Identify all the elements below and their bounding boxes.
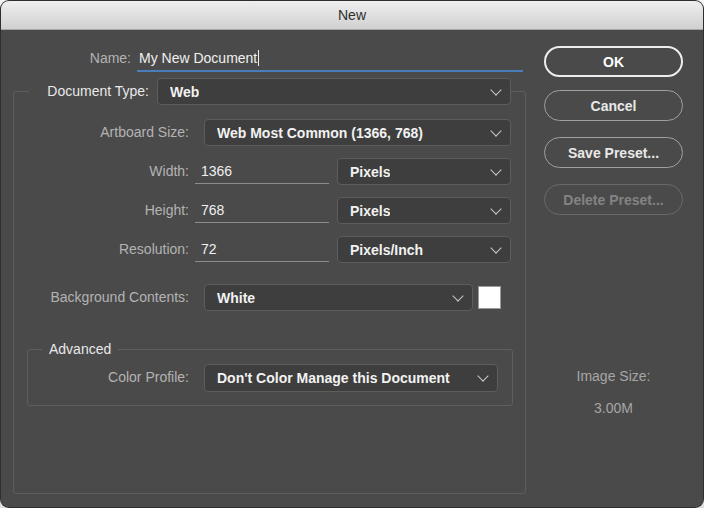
name-label: Name: [21,44,131,72]
ok-button[interactable]: OK [544,46,683,77]
width-label: Width: [21,158,189,185]
chevron-down-icon [454,292,462,300]
resolution-unit-value: Pixels/Inch [350,242,423,258]
document-type-label: Document Type: [29,78,157,105]
image-size-value: 3.00M [544,400,683,416]
height-unit-select[interactable]: Pixels [337,197,511,224]
background-contents-value: White [217,290,255,306]
document-type-value: Web [170,84,199,100]
artboard-size-select[interactable]: Web Most Common (1366, 768) [204,119,511,146]
height-label: Height: [21,197,189,224]
text-caret [258,50,259,66]
dialog-title: New [338,7,366,23]
titlebar[interactable]: New [1,1,703,30]
new-document-dialog: New Name: My New Document Document Type:… [1,1,703,507]
delete-preset-button: Delete Preset... [544,184,683,215]
chevron-down-icon [479,372,487,380]
color-profile-label: Color Profile: [21,364,189,391]
height-input[interactable]: 768 [195,197,329,223]
name-input-value: My New Document [139,50,257,66]
name-input-underline [137,70,523,72]
name-input[interactable]: My New Document [139,44,259,72]
chevron-down-icon [492,205,500,213]
chevron-down-icon [492,166,500,174]
chevron-down-icon [492,244,500,252]
width-unit-select[interactable]: Pixels [337,158,511,185]
resolution-input[interactable]: 72 [195,236,329,262]
dialog-body: Name: My New Document Document Type: Web… [1,30,703,507]
chevron-down-icon [492,127,500,135]
background-contents-label: Background Contents: [21,284,189,311]
color-profile-select[interactable]: Don't Color Manage this Document [204,364,498,392]
advanced-legend: Advanced [42,340,118,359]
artboard-size-label: Artboard Size: [21,119,189,146]
resolution-label: Resolution: [21,236,189,263]
image-size-label: Image Size: [544,368,683,384]
height-unit-value: Pixels [350,203,390,219]
chevron-down-icon [492,86,500,94]
resolution-unit-select[interactable]: Pixels/Inch [337,236,511,263]
document-type-select[interactable]: Web [157,78,511,105]
color-profile-value: Don't Color Manage this Document [217,370,450,386]
background-contents-select[interactable]: White [204,284,473,311]
cancel-button[interactable]: Cancel [544,90,683,121]
width-input[interactable]: 1366 [195,158,329,184]
artboard-size-value: Web Most Common (1366, 768) [217,125,423,141]
width-unit-value: Pixels [350,164,390,180]
save-preset-button[interactable]: Save Preset... [544,137,683,168]
background-color-swatch[interactable] [478,286,501,309]
